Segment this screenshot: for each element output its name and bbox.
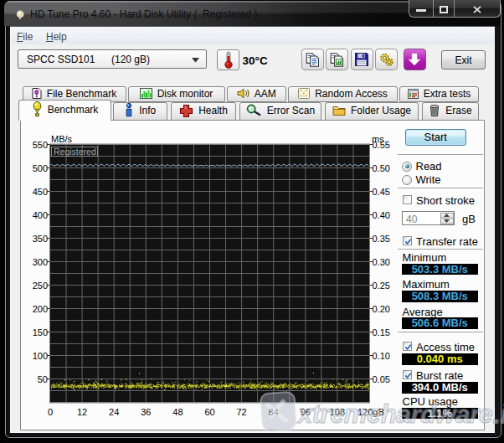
svg-text:450: 450 [33, 187, 48, 197]
svg-text:12: 12 [77, 407, 87, 417]
svg-text:400: 400 [33, 210, 48, 220]
svg-text:0.40: 0.40 [373, 210, 390, 220]
svg-text:50: 50 [38, 374, 48, 384]
svg-text:550: 550 [33, 140, 48, 150]
svg-text:200: 200 [33, 304, 48, 314]
svg-text:xtremehardware.it: xtremehardware.it [296, 399, 504, 429]
svg-text:0.45: 0.45 [373, 187, 390, 197]
svg-text:48: 48 [172, 407, 183, 417]
svg-text:500: 500 [33, 163, 48, 173]
svg-text:60: 60 [204, 407, 214, 417]
svg-text:250: 250 [33, 281, 48, 291]
svg-text:0.50: 0.50 [373, 163, 390, 173]
svg-text:36: 36 [141, 407, 151, 417]
svg-text:0.25: 0.25 [373, 281, 390, 291]
svg-text:0: 0 [48, 407, 53, 417]
svg-text:0.30: 0.30 [373, 257, 390, 267]
svg-text:300: 300 [33, 257, 48, 267]
svg-text:350: 350 [33, 234, 48, 244]
svg-text:0.35: 0.35 [373, 234, 390, 244]
svg-text:0.55: 0.55 [373, 140, 390, 150]
svg-text:100: 100 [33, 351, 48, 361]
svg-text:24: 24 [109, 407, 119, 417]
svg-text:Registered: Registered [54, 147, 96, 157]
svg-text:150: 150 [33, 327, 48, 337]
svg-text:0.20: 0.20 [373, 304, 390, 314]
svg-text:MB/s: MB/s [51, 134, 73, 144]
svg-text:0.10: 0.10 [373, 351, 390, 361]
svg-text:0.15: 0.15 [373, 327, 390, 337]
